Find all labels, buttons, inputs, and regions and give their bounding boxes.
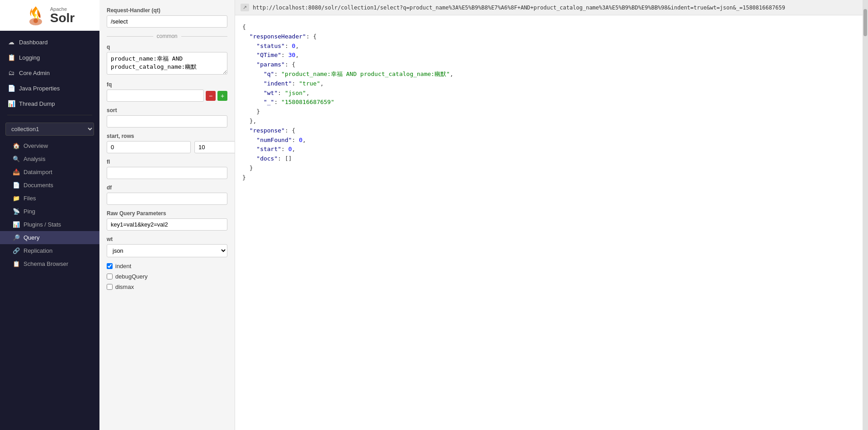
files-icon: 📁 (13, 195, 20, 202)
handler-label: Request-Handler (qt) (107, 7, 227, 14)
logging-icon: 📋 (7, 53, 15, 61)
debug-query-label[interactable]: debugQuery (115, 273, 148, 280)
logo-area: Apache Solr (0, 0, 99, 31)
wt-group: wt json xml python ruby php csv (107, 236, 227, 257)
df-input[interactable] (107, 193, 227, 205)
sort-label: sort (107, 107, 227, 113)
subitem-label-dataimport: Dataimport (24, 169, 52, 175)
dataimport-icon: 📥 (13, 169, 20, 175)
solr-logo: Apache Solr (25, 5, 75, 26)
sidebar-item-label-core-admin: Core Admin (19, 70, 50, 76)
indent-row: indent (107, 263, 227, 269)
collection-subitem-replication[interactable]: 🔗 Replication (0, 244, 99, 257)
raw-query-label: Raw Query Parameters (107, 210, 227, 217)
wt-select[interactable]: json xml python ruby php csv (107, 244, 227, 257)
query-icon: 🔎 (13, 234, 20, 241)
collection-subitem-query[interactable]: 🔎 Query (0, 231, 99, 244)
common-label: common (157, 33, 178, 39)
solr-label: Solr (50, 12, 75, 24)
result-content[interactable]: { "responseHeader": { "status": 0, "QTim… (235, 15, 863, 430)
sidebar-divider (7, 115, 92, 115)
df-group: df (107, 184, 227, 205)
overview-icon: 🏠 (13, 142, 20, 149)
subitem-label-documents: Documents (24, 182, 53, 189)
right-scrollbar-thumb[interactable] (863, 9, 867, 36)
documents-icon: 📄 (13, 182, 20, 189)
subitem-label-replication: Replication (24, 247, 52, 254)
replication-icon: 🔗 (13, 247, 20, 254)
collection-subitem-documents[interactable]: 📄 Documents (0, 179, 99, 192)
fq-label: fq (107, 81, 227, 88)
url-text: http://localhost:8080/solr/collection1/s… (253, 5, 785, 11)
plugins-stats-icon: 📊 (13, 221, 20, 228)
start-rows-label: start, rows (107, 133, 227, 139)
sidebar-item-label-thread-dump: Thread Dump (19, 100, 55, 107)
collection-subitem-dataimport[interactable]: 📥 Dataimport (0, 165, 99, 179)
raw-query-group: Raw Query Parameters (107, 210, 227, 231)
subitem-label-ping: Ping (24, 208, 35, 215)
rows-input[interactable] (194, 141, 235, 153)
sidebar-nav: ☁ Dashboard 📋 Logging 🗂 Core Admin 📄 Jav… (0, 31, 99, 274)
common-divider: common (107, 33, 227, 39)
svg-point-1 (33, 19, 38, 23)
handler-group: Request-Handler (qt) (107, 7, 227, 28)
subitem-label-query: Query (24, 234, 39, 241)
fq-remove-button[interactable]: − (206, 91, 216, 101)
subitem-label-files: Files (24, 195, 36, 202)
collection-subitem-plugins-stats[interactable]: 📊 Plugins / Stats (0, 218, 99, 231)
subitem-label-schema-browser: Schema Browser (24, 260, 68, 267)
schema-browser-icon: 📋 (13, 260, 20, 267)
subitem-label-overview: Overview (24, 142, 48, 149)
sidebar-item-label-java-properties: Java Properties (19, 85, 60, 92)
sort-input[interactable] (107, 115, 227, 128)
query-panel: Request-Handler (qt) common q product_na… (99, 0, 235, 430)
subitem-label-plugins-stats: Plugins / Stats (24, 221, 61, 228)
indent-label[interactable]: indent (115, 263, 131, 269)
sidebar-item-java-properties[interactable]: 📄 Java Properties (0, 80, 99, 96)
start-rows-row (107, 141, 227, 153)
start-input[interactable] (107, 141, 191, 153)
main-content: Request-Handler (qt) common q product_na… (99, 0, 868, 430)
collection-dropdown[interactable]: collection1 (5, 123, 94, 136)
raw-query-input[interactable] (107, 218, 227, 231)
dashboard-icon: ☁ (7, 38, 15, 46)
wt-label: wt (107, 236, 227, 242)
result-panel: ↗ http://localhost:8080/solr/collection1… (235, 0, 863, 430)
handler-input[interactable] (107, 15, 227, 28)
sidebar-item-logging[interactable]: 📋 Logging (0, 50, 99, 65)
collection-subitem-overview[interactable]: 🏠 Overview (0, 139, 99, 152)
sidebar-item-thread-dump[interactable]: 📊 Thread Dump (0, 96, 99, 111)
fl-group: fl (107, 159, 227, 179)
java-properties-icon: 📄 (7, 84, 15, 92)
sidebar-item-dashboard[interactable]: ☁ Dashboard (0, 34, 99, 50)
collection-subitem-schema-browser[interactable]: 📋 Schema Browser (0, 257, 99, 270)
subitem-label-analysis: Analysis (24, 156, 45, 162)
start-rows-group: start, rows (107, 133, 227, 153)
collection-selector: collection1 (0, 119, 99, 139)
dismax-checkbox[interactable] (107, 284, 113, 290)
collection-subitem-files[interactable]: 📁 Files (0, 192, 99, 205)
q-input[interactable]: product_name:幸福 AND product_catalog_name… (107, 52, 227, 75)
fl-input[interactable] (107, 167, 227, 179)
url-icon: ↗ (241, 4, 249, 11)
logo-text: Apache Solr (50, 6, 75, 24)
thread-dump-icon: 📊 (7, 99, 15, 108)
ping-icon: 📡 (13, 208, 20, 215)
right-scrollbar[interactable] (863, 0, 868, 430)
debug-query-checkbox[interactable] (107, 274, 113, 279)
dismax-label[interactable]: dismax (115, 284, 134, 290)
indent-checkbox[interactable] (107, 263, 113, 269)
sort-group: sort (107, 107, 227, 128)
fq-row: − + (107, 90, 227, 102)
analysis-icon: 🔍 (13, 156, 20, 162)
fl-label: fl (107, 159, 227, 165)
collection-subitem-analysis[interactable]: 🔍 Analysis (0, 152, 99, 165)
sidebar-item-core-admin[interactable]: 🗂 Core Admin (0, 65, 99, 80)
collection-subitem-ping[interactable]: 📡 Ping (0, 205, 99, 218)
sidebar-item-label-dashboard: Dashboard (19, 39, 48, 46)
sidebar: Apache Solr ☁ Dashboard 📋 Logging 🗂 Core… (0, 0, 99, 430)
core-admin-icon: 🗂 (7, 69, 15, 77)
fq-input[interactable] (107, 90, 204, 102)
q-group: q product_name:幸福 AND product_catalog_na… (107, 44, 227, 76)
fq-add-button[interactable]: + (217, 91, 227, 101)
